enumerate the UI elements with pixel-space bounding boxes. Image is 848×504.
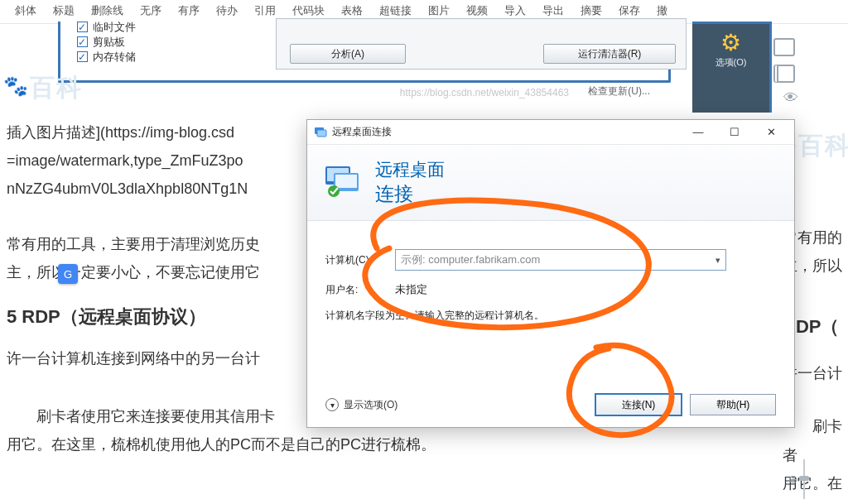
rdp-banner: 远程桌面 连接 [307,145,794,221]
svg-point-6 [328,185,340,197]
banner-title: 远程桌面 [375,158,445,181]
maximize-button[interactable]: ☐ [716,121,753,144]
window-title: 远程桌面连接 [332,125,680,139]
help-button[interactable]: 帮助(H) [690,394,776,415]
hint-text: 计算机名字段为空。请输入完整的远程计算机名。 [325,309,776,323]
titlebar: 远程桌面连接 — ☐ ✕ [307,120,794,145]
minimize-button[interactable]: — [680,121,716,144]
computer-placeholder: 示例: computer.fabrikam.com [401,252,540,267]
tool-code[interactable]: 代码块 [292,3,325,18]
zoom-slider[interactable] [803,459,805,499]
crosshair-icon[interactable]: ⊕ [788,473,798,486]
username-value: 未指定 [395,282,427,297]
tool-table[interactable]: 表格 [341,3,363,18]
computer-combobox[interactable]: 示例: computer.fabrikam.com ▾ [395,249,726,271]
username-label: 用户名: [325,283,395,297]
connect-button[interactable]: 连接(N) [595,394,682,415]
tool-todo[interactable]: 待办 [216,3,238,18]
rdp-dialog: 远程桌面连接 — ☐ ✕ 远程桌面 连接 计算机(C): 示例: compute… [306,119,795,428]
tool-ol[interactable]: 有序 [178,3,200,18]
svg-rect-1 [317,130,326,137]
blog-paragraph: 用它。在这里，梳棉机使用他人的PC而不是自己的PC进行梳棉。 [0,430,848,458]
tool-quote[interactable]: 引用 [254,3,276,18]
tool-heading[interactable]: 标题 [53,3,75,18]
chevron-down-circle-icon: ▾ [325,398,339,411]
tool-export[interactable]: 导出 [542,3,564,18]
tool-summary[interactable]: 摘要 [581,3,602,18]
computer-label: 计算机(C): [325,253,395,267]
tool-save[interactable]: 保存 [619,3,640,18]
zoom-control[interactable]: ⊕ [788,459,805,499]
tool-strike[interactable]: 删除线 [91,3,123,18]
rdp-large-icon [322,161,365,204]
tool-undo[interactable]: 撤 [657,3,667,18]
show-options-label: 显示选项(O) [344,398,398,412]
banner-subtitle: 连接 [375,181,445,207]
chevron-down-icon[interactable]: ▾ [716,255,720,266]
show-options-toggle[interactable]: ▾ 显示选项(O) [325,398,398,412]
google-translate-icon[interactable]: G [58,264,78,284]
tool-video[interactable]: 视频 [466,3,488,18]
tool-import[interactable]: 导入 [504,3,526,18]
svg-rect-5 [335,175,357,188]
tool-ul[interactable]: 无序 [140,3,161,18]
close-button[interactable]: ✕ [753,121,789,144]
tool-image[interactable]: 图片 [428,3,450,18]
tool-italic[interactable]: 斜体 [15,3,36,18]
tool-link[interactable]: 超链接 [379,3,412,18]
rdp-icon [314,126,327,139]
